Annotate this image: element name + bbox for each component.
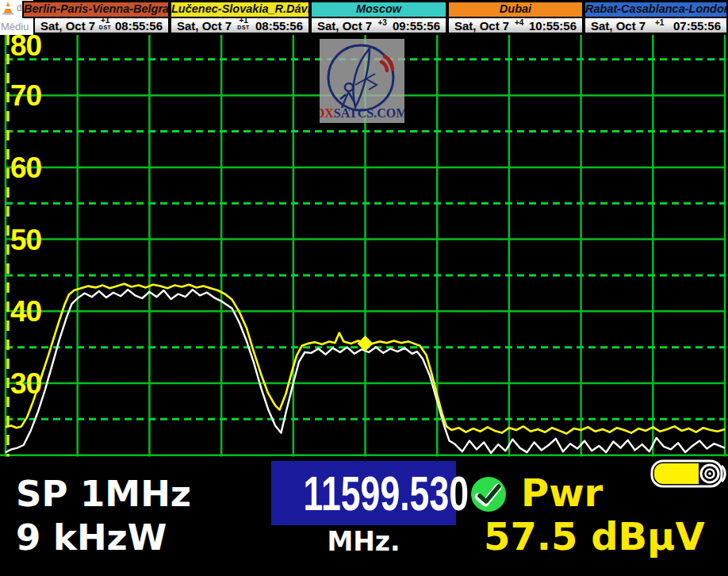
watermark-text: DXSATCS.COM (320, 106, 404, 120)
power-label: Pwr (521, 470, 603, 515)
clock-date: Sat, Oct 7 (40, 19, 95, 33)
clock-date: Sat, Oct 7 (591, 19, 646, 33)
clock-time-row: Sat, Oct 7 +1DST 08:55:56 (170, 18, 310, 34)
frequency-display: 11599.530 (271, 461, 456, 525)
vlc-cone-icon (1, 1, 15, 17)
clock-date: Sat, Oct 7 (454, 19, 509, 33)
clock-city-label: Rabat-Casablanca-London (584, 1, 728, 18)
y-axis-tick-label: 60 (10, 152, 42, 184)
clock-time: 08:55:56 (115, 19, 163, 33)
clock-time: 09:55:56 (393, 19, 440, 33)
clock-time-row: Sat, Oct 7 +3 09:55:56 (310, 18, 447, 34)
clock-time: 10:55:56 (529, 19, 577, 33)
y-axis-tick-label: 30 (10, 367, 42, 400)
clock-date: Sat, Oct 7 (177, 19, 232, 33)
battery-icon (650, 459, 727, 490)
clock-time-row: Sat, Oct 7 +1 07:55:56 (584, 18, 728, 34)
clock-utc-offset: +3 (377, 19, 386, 27)
clock-city-label: Dubai (447, 1, 584, 18)
rbw-readout: 9 kHzW (16, 516, 167, 559)
clock-time-row: Sat, Oct 7 +1DST 08:55:56 (33, 18, 170, 34)
clock-date: Sat, Oct 7 (317, 19, 372, 33)
signal-ok-icon (469, 475, 508, 513)
power-value: 57.5 dBµV (484, 514, 705, 559)
span-readout: SP 1MHz (16, 473, 191, 515)
clock-time: 08:55:56 (255, 19, 303, 33)
clock-time: 07:55:56 (673, 19, 721, 33)
world-clock-bar: ds Médiu Berlin-Paris-Vienna-Belgrade Sa… (0, 0, 728, 35)
y-axis-labels: 807060504030 (10, 29, 42, 400)
clock-utc-offset: +4 (515, 19, 523, 27)
clock-city-label: Berlin-Paris-Vienna-Belgrade (22, 1, 170, 18)
y-axis-tick-label: 70 (10, 79, 42, 112)
dxsatcs-watermark: DXSATCS.COM (320, 39, 404, 123)
clock-time-row: Sat, Oct 7 +4 10:55:56 (447, 18, 584, 34)
y-axis-tick-label: 40 (10, 295, 42, 328)
frequency-unit-label: MHz. (271, 526, 456, 557)
media-menu-item[interactable]: Médiu (1, 21, 29, 33)
clock-city-label: Moscow (310, 1, 447, 18)
clock-utc-offset: +1DST (99, 17, 112, 30)
clock-utc-offset: +1 (655, 19, 664, 27)
frequency-value: 11599.530 (304, 461, 469, 525)
clock-utc-offset: +1DST (237, 17, 250, 30)
center-frequency-diamond-marker (358, 336, 374, 351)
spectrum-analyzer-screen: 807060504030 DXSATCS.COM ds Médiu (0, 0, 728, 576)
y-axis-tick-label: 50 (10, 224, 42, 256)
